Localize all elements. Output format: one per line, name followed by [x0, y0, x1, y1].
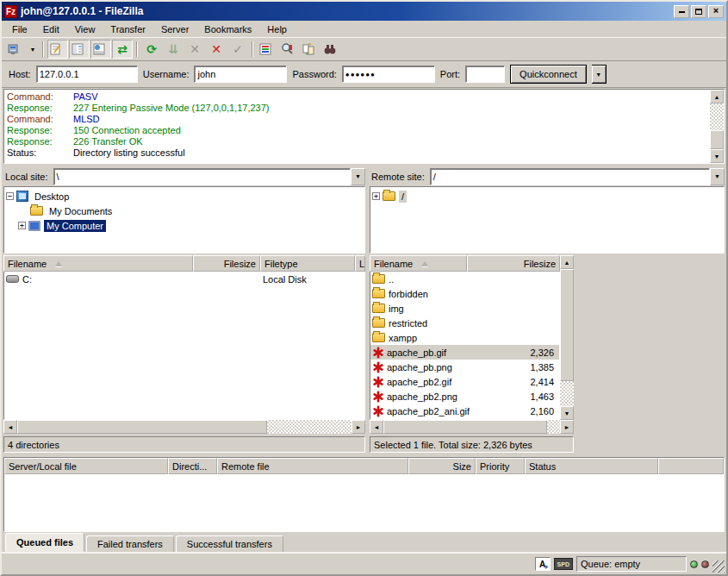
column-filesize[interactable]: Filesize	[193, 255, 260, 272]
remote-horizontal-scrollbar[interactable]: ◄ ►	[370, 420, 574, 434]
username-input[interactable]: john	[194, 66, 287, 83]
remote-site-value[interactable]: /	[430, 168, 710, 185]
column-filetype[interactable]: Filetype	[260, 255, 355, 272]
reconnect-button[interactable]: ✓	[227, 40, 248, 59]
toggle-queue-button[interactable]: ⇄	[112, 40, 133, 59]
local-site-combo[interactable]: \ ▼	[53, 168, 365, 185]
remote-file-row[interactable]: ..	[370, 272, 559, 286]
local-site-value[interactable]: \	[53, 168, 351, 185]
local-list-body[interactable]: C: Local Disk	[3, 272, 365, 420]
collapse-icon[interactable]: −	[6, 192, 14, 200]
column-filesize[interactable]: Filesize	[467, 255, 560, 272]
column-direction[interactable]: Directi...	[168, 458, 217, 474]
log-vertical-scrollbar[interactable]: ▲ ▼	[710, 90, 724, 163]
remote-file-row[interactable]: apache_pb2_ani.gif2,160	[370, 404, 559, 418]
data-type-icon[interactable]: A	[535, 557, 551, 571]
tree-item-my-computer[interactable]: + My Computer	[6, 218, 364, 233]
column-priority[interactable]: Priority	[476, 458, 525, 474]
toggle-remote-tree-button[interactable]	[90, 40, 111, 59]
tree-item-my-documents[interactable]: My Documents	[6, 203, 364, 218]
menu-transfer[interactable]: Transfer	[103, 22, 152, 36]
tab-queued-files[interactable]: Queued files	[5, 533, 84, 552]
disconnect-button[interactable]: ✕	[206, 40, 227, 59]
menu-bookmarks[interactable]: Bookmarks	[197, 22, 258, 36]
column-remote-file[interactable]: Remote file	[217, 458, 408, 474]
toggle-local-tree-button[interactable]	[69, 40, 90, 59]
column-server-local-file[interactable]: Server/Local file	[4, 458, 168, 474]
scrollbar-thumb[interactable]	[17, 420, 267, 434]
file-search-button[interactable]	[278, 40, 299, 59]
menu-view[interactable]: View	[68, 22, 103, 36]
remote-site-combo[interactable]: / ▼	[430, 168, 725, 185]
remote-list-body[interactable]: .. forbidden img restricted xampp apache…	[370, 272, 560, 420]
remote-file-row[interactable]: apache_pb.png1,385	[370, 360, 559, 374]
column-status[interactable]: Status	[525, 458, 658, 474]
scroll-down-icon[interactable]: ▼	[710, 149, 724, 163]
tab-failed-transfers[interactable]: Failed transfers	[86, 535, 174, 552]
column-filename[interactable]: Filename	[370, 255, 467, 272]
process-queue-button[interactable]: ⇊	[163, 40, 184, 59]
expand-icon[interactable]: +	[372, 192, 380, 200]
search-icon	[280, 42, 294, 56]
local-horizontal-scrollbar[interactable]: ◄ ►	[3, 420, 365, 434]
remote-file-row[interactable]: apache_pb2.gif2,414	[370, 374, 559, 389]
site-manager-dropdown[interactable]: ▼	[27, 40, 39, 59]
window-title: john@127.0.0.1 - FileZilla	[21, 5, 670, 17]
filter-button[interactable]	[257, 40, 277, 59]
column-filename[interactable]: Filename	[3, 255, 193, 272]
scrollbar-thumb[interactable]	[710, 130, 724, 149]
tree-item-root[interactable]: + /	[372, 189, 724, 203]
scroll-right-icon[interactable]: ►	[560, 420, 574, 434]
local-site-dropdown[interactable]: ▼	[351, 168, 365, 185]
host-label: Host:	[9, 69, 31, 79]
speed-limits-icon[interactable]: SPD	[554, 558, 573, 570]
scroll-down-icon[interactable]: ▼	[560, 406, 574, 420]
quickconnect-dropdown[interactable]: ▼	[592, 65, 607, 84]
password-input[interactable]: ●●●●●●	[342, 66, 435, 83]
host-input[interactable]: 127.0.0.1	[36, 66, 138, 83]
scroll-left-icon[interactable]: ◄	[370, 420, 383, 434]
synchronized-browsing-button[interactable]	[321, 40, 342, 59]
column-last-modified[interactable]: L	[355, 255, 365, 272]
column-size[interactable]: Size	[408, 458, 476, 474]
resize-grip[interactable]	[712, 560, 725, 573]
expand-icon[interactable]: +	[18, 222, 26, 229]
message-log[interactable]: Command:PASV Response:227 Entering Passi…	[3, 89, 725, 164]
remote-site-dropdown[interactable]: ▼	[710, 168, 725, 185]
menu-edit[interactable]: Edit	[36, 22, 66, 36]
remote-file-row[interactable]: apache_pb2.png1,463	[370, 389, 559, 404]
scroll-left-icon[interactable]: ◄	[3, 420, 17, 434]
remote-file-row[interactable]: forbidden	[370, 286, 559, 301]
remote-file-row[interactable]: img	[370, 301, 559, 316]
cancel-operation-button[interactable]: ✕	[184, 40, 205, 59]
remote-vertical-scrollbar[interactable]: ▲ ▼	[560, 255, 574, 420]
tree-item-desktop[interactable]: − Desktop	[6, 189, 364, 203]
remote-directory-tree[interactable]: + /	[370, 186, 725, 254]
maximize-button[interactable]	[691, 5, 706, 18]
remote-file-row-selected[interactable]: apache_pb.gif2,326	[370, 345, 559, 360]
scroll-up-icon[interactable]: ▲	[560, 255, 574, 269]
menu-server[interactable]: Server	[154, 22, 196, 36]
remote-file-row[interactable]: xampp	[370, 330, 559, 345]
quickconnect-button[interactable]: Quickconnect	[510, 65, 587, 84]
close-button[interactable]: ×	[708, 5, 724, 18]
tab-successful-transfers[interactable]: Successful transfers	[176, 535, 283, 552]
site-manager-button[interactable]	[5, 40, 26, 59]
scrollbar-thumb[interactable]	[560, 269, 574, 381]
remote-file-row[interactable]: restricted	[370, 316, 559, 330]
port-input[interactable]	[465, 66, 505, 83]
queue-body[interactable]	[4, 474, 724, 531]
scroll-up-icon[interactable]: ▲	[710, 90, 724, 103]
toggle-message-log-button[interactable]	[47, 40, 68, 59]
local-file-row[interactable]: C: Local Disk	[4, 272, 364, 286]
transfer-queue-icon: ⇄	[117, 43, 128, 55]
toolbar-separator	[252, 41, 253, 57]
directory-comparison-button[interactable]	[300, 40, 320, 59]
scrollbar-thumb[interactable]	[383, 420, 547, 434]
local-directory-tree[interactable]: − Desktop My Documents + My Computer	[3, 186, 365, 254]
refresh-button[interactable]: ⟳	[141, 40, 162, 59]
menu-help[interactable]: Help	[260, 22, 294, 36]
minimize-button[interactable]	[674, 5, 689, 18]
scroll-right-icon[interactable]: ►	[352, 420, 365, 434]
menu-file[interactable]: File	[5, 22, 34, 36]
